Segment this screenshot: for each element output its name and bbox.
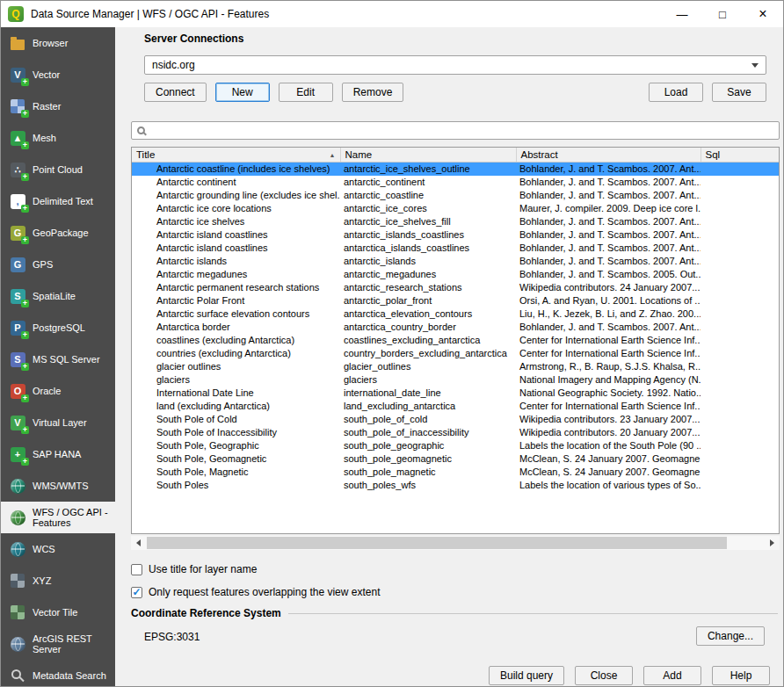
sidebar-item-arcgis-rest[interactable]: ArcGIS REST Server: [1, 628, 115, 660]
sidebar-item-virtual-layer[interactable]: VVirtual Layer: [1, 407, 115, 438]
sidebar-item-mssql[interactable]: SMS SQL Server: [1, 344, 115, 375]
column-header-label: Title: [136, 149, 155, 160]
scrollbar-thumb[interactable]: [147, 537, 727, 549]
layer-row[interactable]: land (excluding Antarctica)land_excludin…: [132, 400, 780, 413]
cell-name: antarctic_ice_cores: [340, 202, 516, 215]
load-button[interactable]: Load: [649, 83, 703, 102]
layer-row[interactable]: Antarctic grounding line (excludes ice s…: [132, 189, 780, 202]
cell-name: antarctic_coastline: [340, 189, 516, 202]
cell-abstract: Bohlander, J. and T. Scambos. 2007. Ant.…: [516, 215, 701, 228]
sidebar-item-mesh[interactable]: ▲Mesh: [1, 122, 115, 154]
scroll-right-icon[interactable]: [765, 536, 780, 550]
layer-row[interactable]: South Pole, Geographicsouth_pole_geograp…: [132, 439, 780, 452]
sidebar-item-label: WMS/WMTS: [33, 481, 89, 491]
layer-row[interactable]: countries (excluding Antarctica)country_…: [132, 347, 780, 360]
cell-abstract: Armstrong, R., B. Raup, S.J.S. Khalsa, R…: [516, 360, 701, 373]
save-button[interactable]: Save: [712, 83, 766, 102]
layer-row[interactable]: Antarctic Polar Frontantarctic_polar_fro…: [132, 294, 780, 307]
use-title-checkbox[interactable]: [131, 564, 142, 575]
layer-row[interactable]: Antarctic megadunesantarctic_megadunesBo…: [132, 268, 780, 281]
cell-abstract: Wikipedia contributors. 24 January 2007.…: [516, 281, 701, 294]
layer-row[interactable]: glaciersglaciersNational Imagery and Map…: [132, 373, 780, 387]
layer-row[interactable]: South Pole of Coldsouth_pole_of_coldWiki…: [132, 413, 780, 426]
layer-row[interactable]: South Polessouth_poles_wfsLabels the loc…: [132, 479, 780, 492]
cell-title: South Pole of Inaccessibility: [132, 426, 340, 439]
sidebar-item-gps[interactable]: GGPS: [1, 249, 115, 280]
cell-name: coastlines_excluding_antarctica: [340, 334, 516, 347]
connection-select[interactable]: nsidc.org: [144, 55, 766, 75]
close-button[interactable]: Close: [575, 666, 633, 685]
cell-abstract: Bohlander, J. and T. Scambos. 2007. Ant.…: [516, 255, 701, 268]
cell-abstract: Orsi, A. and Ryan, U. 2001. Locations of…: [516, 294, 701, 307]
sidebar-item-browser[interactable]: Browser: [1, 27, 115, 59]
layer-row[interactable]: Antarctic islandsantarctic_islandsBohlan…: [132, 255, 780, 268]
new-button[interactable]: New: [215, 83, 270, 102]
cell-title: Antarctic coastline (includes ice shelve…: [132, 162, 340, 176]
sidebar-item-vector-tile[interactable]: Vector Tile: [1, 597, 115, 628]
cell-title: International Date Line: [132, 387, 340, 400]
cell-title: Antarctic continent: [132, 176, 340, 189]
overlap-extent-option[interactable]: Only request features overlapping the vi…: [131, 585, 380, 599]
sidebar-item-xyz[interactable]: XYZ: [1, 565, 115, 597]
column-header-sql[interactable]: Sql: [701, 148, 780, 162]
cell-title: Antarctic Polar Front: [132, 294, 340, 307]
sidebar-item-point-cloud[interactable]: ∴Point Cloud: [1, 154, 115, 185]
overlap-extent-checkbox[interactable]: [131, 587, 142, 598]
sidebar-item-metadata-search[interactable]: Metadata Search: [1, 660, 115, 686]
sidebar-item-spatialite[interactable]: SSpatiaLite: [1, 280, 115, 312]
cell-abstract: Liu, H., K. Jezek, B. Li, and Z. Zhao. 2…: [516, 307, 701, 321]
edit-button[interactable]: Edit: [279, 83, 333, 102]
column-header-name[interactable]: Name: [340, 148, 516, 162]
sidebar-item-postgresql[interactable]: PPostgreSQL: [1, 312, 115, 344]
layer-row[interactable]: South Pole of Inaccessibilitysouth_pole_…: [132, 426, 780, 439]
filter-input[interactable]: [150, 125, 773, 137]
sidebar-item-wms-wmts[interactable]: WMS/WMTS: [1, 470, 115, 502]
layer-row[interactable]: Antarctic ice shelvesantarctic_ice_shelv…: [132, 215, 780, 228]
layer-row[interactable]: Antarctic permanent research stationsant…: [132, 281, 780, 294]
sidebar-item-geopackage[interactable]: GGeoPackage: [1, 217, 115, 249]
scroll-left-icon[interactable]: [131, 536, 146, 550]
close-icon[interactable]: ×: [743, 1, 783, 27]
column-header-title[interactable]: Title▲: [132, 148, 340, 162]
change-crs-button[interactable]: Change...: [696, 626, 765, 646]
cell-name: antarctica_elevation_contours: [340, 307, 516, 321]
sidebar-item-vector[interactable]: VVector: [1, 59, 115, 90]
layer-row[interactable]: Antarctic coastline (includes ice shelve…: [132, 162, 780, 176]
layer-row[interactable]: Antarctic continentantarctic_continentBo…: [132, 176, 780, 189]
sidebar-item-wfs-ogc-api-features[interactable]: WFS / OGC API - Features: [1, 502, 115, 533]
use-title-option[interactable]: Use title for layer name: [131, 562, 257, 576]
sidebar-item-oracle[interactable]: OOracle: [1, 375, 115, 407]
arcgis-globe-icon: [8, 635, 27, 653]
help-button[interactable]: Help: [712, 666, 770, 685]
layer-row[interactable]: Antarctic surface elevation contoursanta…: [132, 307, 780, 321]
minimize-button[interactable]: —: [662, 1, 702, 27]
maximize-button[interactable]: □: [702, 1, 743, 27]
layer-row[interactable]: Antarctica borderantarctica_country_bord…: [132, 321, 780, 334]
sidebar-item-label: WCS: [33, 544, 55, 554]
horizontal-scrollbar[interactable]: [131, 536, 780, 550]
sidebar-item-raster[interactable]: Raster: [1, 90, 115, 122]
build-query-button[interactable]: Build query: [489, 666, 564, 685]
layer-row[interactable]: coastlines (excluding Antarctica)coastli…: [132, 334, 780, 347]
sidebar-item-sap-hana[interactable]: +SAP HANA: [1, 438, 115, 470]
layer-row[interactable]: Antarctic island coastlinesantarctic_isl…: [132, 228, 780, 242]
sidebar-item-delimited-text[interactable]: ,Delimited Text: [1, 185, 115, 217]
raster-layer-icon: [8, 98, 27, 115]
search-icon: [137, 127, 145, 134]
layer-row[interactable]: Antarctic ice core locationsantarctic_ic…: [132, 202, 780, 215]
remove-button[interactable]: Remove: [342, 83, 404, 102]
layer-row[interactable]: South Pole, Magneticsouth_pole_magneticM…: [132, 466, 780, 479]
sidebar-nav: BrowserVVectorRaster▲Mesh∴Point Cloud,De…: [1, 27, 115, 686]
column-header-label: Name: [345, 149, 373, 160]
postgresql-icon: P: [8, 319, 27, 336]
cell-title: coastlines (excluding Antarctica): [132, 334, 340, 347]
sidebar-item-wcs[interactable]: WCS: [1, 533, 115, 565]
layer-row[interactable]: South Pole, Geomagneticsouth_pole_geomag…: [132, 452, 780, 466]
crs-heading: Coordinate Reference System: [131, 607, 281, 619]
add-button[interactable]: Add: [643, 666, 701, 685]
layer-row[interactable]: glacier outlinesglacier_outlinesArmstron…: [132, 360, 780, 373]
connect-button[interactable]: Connect: [144, 83, 207, 102]
layer-row[interactable]: International Date Lineinternational_dat…: [132, 387, 780, 400]
layer-row[interactable]: Antarctic island coastlinesantarctica_is…: [132, 242, 780, 255]
column-header-abstract[interactable]: Abstract: [516, 148, 701, 162]
